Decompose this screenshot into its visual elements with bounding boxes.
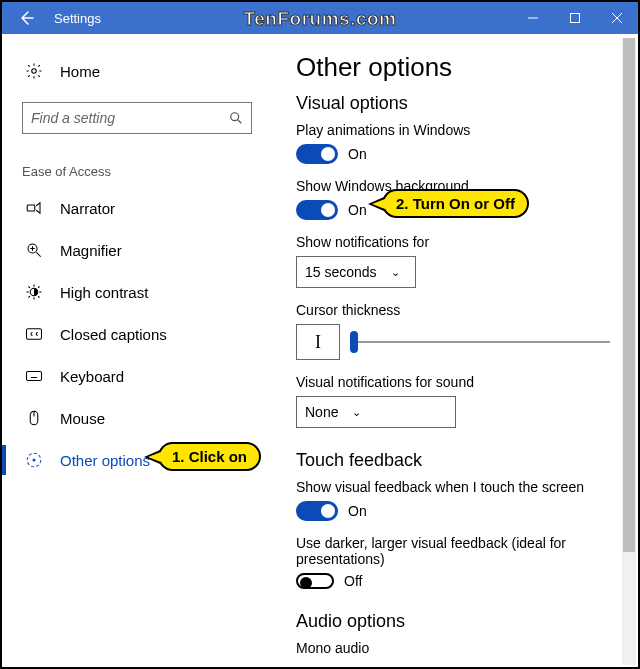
setting-label: Cursor thickness	[296, 302, 610, 318]
visual-options-heading: Visual options	[296, 93, 610, 114]
page-title: Other options	[296, 52, 610, 83]
search-icon	[229, 111, 243, 125]
toggle-state: On	[348, 503, 367, 519]
maximize-button[interactable]	[554, 2, 596, 34]
home-link[interactable]: Home	[2, 52, 272, 90]
sidebar-item-magnifier[interactable]: Magnifier	[2, 229, 272, 271]
sidebar-item-high-contrast[interactable]: High contrast	[2, 271, 272, 313]
toggle-state: Off	[344, 573, 362, 589]
chevron-down-icon: ⌄	[352, 406, 361, 419]
nav-list: Narrator Magnifier High contrast	[2, 187, 272, 481]
callout-step2: 2. Turn On or Off	[382, 189, 529, 218]
setting-mono-audio: Mono audio	[296, 640, 610, 656]
setting-label: Use darker, larger visual feedback (idea…	[296, 535, 610, 567]
home-label: Home	[60, 63, 100, 80]
sidebar: Home Find a setting Ease of Access Narra…	[2, 34, 272, 667]
titlebar: Settings	[2, 2, 638, 34]
high-contrast-icon	[22, 283, 46, 301]
search-input[interactable]: Find a setting	[22, 102, 252, 134]
back-arrow-icon	[18, 10, 34, 26]
setting-label: Visual notifications for sound	[296, 374, 610, 390]
setting-label: Mono audio	[296, 640, 610, 656]
sidebar-item-closed-captions[interactable]: Closed captions	[2, 313, 272, 355]
slider-track	[350, 341, 610, 343]
svg-line-15	[28, 286, 30, 288]
scrollbar-thumb[interactable]	[623, 38, 635, 552]
nav-group-label: Ease of Access	[22, 164, 252, 179]
minimize-button[interactable]	[512, 2, 554, 34]
toggle-state: On	[348, 202, 367, 218]
svg-line-7	[36, 252, 41, 257]
mouse-icon	[22, 409, 46, 427]
keyboard-icon	[22, 367, 46, 385]
main-panel: Other options Visual options Play animat…	[272, 34, 638, 667]
cursor-thickness-slider[interactable]	[350, 332, 610, 352]
show-background-toggle[interactable]	[296, 200, 338, 220]
svg-line-4	[238, 120, 242, 124]
play-animations-toggle[interactable]	[296, 144, 338, 164]
narrator-icon	[22, 199, 46, 217]
svg-rect-1	[571, 14, 580, 23]
sidebar-item-narrator[interactable]: Narrator	[2, 187, 272, 229]
settings-window: Settings TenForums.com Home Find a sett	[0, 0, 640, 669]
touch-darker-toggle[interactable]	[296, 573, 334, 589]
magnifier-icon	[22, 241, 46, 259]
setting-play-animations: Play animations in Windows On	[296, 122, 610, 164]
window-title: Settings	[54, 11, 101, 26]
callout-step1: 1. Click on	[158, 442, 261, 471]
search-placeholder: Find a setting	[31, 110, 229, 126]
svg-point-2	[32, 69, 37, 74]
vertical-scrollbar[interactable]	[622, 38, 636, 665]
close-button[interactable]	[596, 2, 638, 34]
nav-label: Keyboard	[60, 368, 124, 385]
nav-label: Other options	[60, 452, 150, 469]
nav-label: Closed captions	[60, 326, 167, 343]
setting-touch-darker: Use darker, larger visual feedback (idea…	[296, 535, 610, 589]
svg-line-17	[28, 296, 30, 298]
slider-thumb[interactable]	[350, 331, 358, 353]
content-area: Home Find a setting Ease of Access Narra…	[2, 34, 638, 667]
setting-label: Show notifications for	[296, 234, 610, 250]
nav-label: Magnifier	[60, 242, 122, 259]
visual-notifications-select[interactable]: None ⌄	[296, 396, 456, 428]
svg-line-16	[38, 296, 40, 298]
svg-rect-20	[27, 372, 42, 381]
svg-point-3	[231, 113, 239, 121]
window-buttons	[512, 2, 638, 34]
closed-captions-icon	[22, 325, 46, 343]
back-button[interactable]	[2, 2, 50, 34]
setting-cursor-thickness: Cursor thickness I	[296, 302, 610, 360]
setting-notifications-duration: Show notifications for 15 seconds ⌄	[296, 234, 610, 288]
nav-label: High contrast	[60, 284, 148, 301]
setting-label: Play animations in Windows	[296, 122, 610, 138]
svg-rect-19	[27, 329, 42, 340]
touch-feedback-heading: Touch feedback	[296, 450, 610, 471]
setting-touch-visual: Show visual feedback when I touch the sc…	[296, 479, 610, 521]
sidebar-item-keyboard[interactable]: Keyboard	[2, 355, 272, 397]
audio-options-heading: Audio options	[296, 611, 610, 632]
setting-label: Show visual feedback when I touch the sc…	[296, 479, 610, 495]
select-value: None	[305, 404, 338, 420]
other-options-icon	[22, 451, 46, 469]
chevron-down-icon: ⌄	[391, 266, 400, 279]
gear-icon	[22, 62, 46, 80]
setting-visual-notifications: Visual notifications for sound None ⌄	[296, 374, 610, 428]
sidebar-item-mouse[interactable]: Mouse	[2, 397, 272, 439]
svg-line-18	[38, 286, 40, 288]
svg-point-29	[33, 459, 36, 462]
cursor-preview: I	[296, 324, 340, 360]
nav-label: Mouse	[60, 410, 105, 427]
touch-visual-toggle[interactable]	[296, 501, 338, 521]
nav-label: Narrator	[60, 200, 115, 217]
toggle-state: On	[348, 146, 367, 162]
svg-rect-5	[27, 205, 35, 211]
select-value: 15 seconds	[305, 264, 377, 280]
notifications-select[interactable]: 15 seconds ⌄	[296, 256, 416, 288]
